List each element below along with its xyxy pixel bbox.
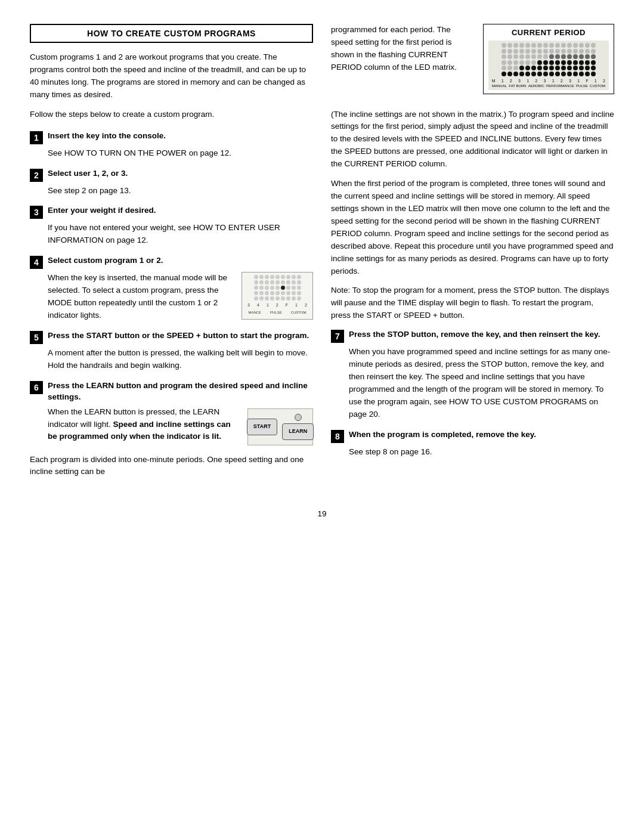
step-6-number: 6	[30, 381, 43, 394]
step-1-block: 1 Insert the key into the console. See H…	[30, 131, 313, 160]
step-4-block: 4 Select custom program 1 or 2. When the…	[30, 255, 313, 322]
step-8-title: When the program is completed, remove th…	[349, 429, 536, 441]
current-period-title: CURRENT PERIOD	[488, 28, 609, 37]
learn-btn: LEARN	[282, 423, 314, 440]
paren-note: (The incline settings are not shown in t…	[331, 109, 614, 171]
step-8-body: See step 8 on page 16.	[349, 446, 614, 459]
paren-note-text: (The incline settings are not shown in t…	[331, 110, 614, 169]
step-2-body: See step 2 on page 13.	[48, 185, 313, 197]
follow-paragraph: Follow the steps below to create a custo…	[30, 109, 313, 121]
learn-button-diagram: START LEARN	[247, 408, 313, 445]
step-2-number: 2	[30, 169, 43, 182]
follow-text: Follow the steps below to create a custo…	[30, 110, 214, 119]
step-3-title: Enter your weight if desired.	[48, 205, 156, 216]
step-7-number: 7	[331, 330, 344, 343]
left-column: HOW TO CREATE CUSTOM PROGRAMS Custom pro…	[30, 24, 313, 485]
step-6-title: Press the LEARN button and program the d…	[48, 380, 313, 403]
step-1-title: Insert the key into the console.	[48, 131, 166, 142]
step-8-block: 8 When the program is completed, remove …	[331, 429, 614, 459]
step-2-title: Select user 1, 2, or 3.	[48, 168, 128, 179]
indicator-circle	[295, 414, 302, 421]
step-5-title: Press the START button or the SPEED + bu…	[48, 330, 309, 342]
intro-paragraph: Custom programs 1 and 2 are workout prog…	[30, 51, 313, 101]
each-program-text: Each program is divided into one-minute …	[30, 454, 313, 479]
led-diagram-step4: 3412F12 MANCEPULSECUSTOM	[242, 272, 313, 320]
right-note-text: Note: To stop the program for a moment, …	[331, 286, 609, 320]
section-header: HOW TO CREATE CUSTOM PROGRAMS	[30, 24, 313, 43]
each-program-content: Each program is divided into one-minute …	[30, 455, 304, 476]
step-3-body: If you have not entered your weight, see…	[48, 222, 313, 247]
step-5-number: 5	[30, 331, 43, 344]
step-3-block: 3 Enter your weight if desired. If you h…	[30, 205, 313, 247]
step-6-block: 6 Press the LEARN button and program the…	[30, 380, 313, 445]
page-num-text: 19	[317, 509, 326, 518]
step-3-number: 3	[30, 206, 43, 219]
step-8-number: 8	[331, 430, 344, 443]
intro-text: Custom programs 1 and 2 are workout prog…	[30, 52, 306, 99]
right-top-section: programmed for each period. The speed se…	[331, 24, 614, 100]
step-6-text: When the LEARN button is pressed, the LE…	[48, 406, 240, 444]
step-6-body-inline: When the LEARN button is pressed, the LE…	[48, 406, 313, 445]
step-5-body: A moment after the button is pressed, th…	[48, 347, 313, 372]
right-note: Note: To stop the program for a moment, …	[331, 284, 614, 322]
page-number: 19	[30, 509, 614, 518]
current-period-box: CURRENT PERIOD	[483, 24, 614, 94]
step-4-body-inline: When the key is inserted, the manual mod…	[48, 272, 313, 322]
step-2-block: 2 Select user 1, 2, or 3. See step 2 on …	[30, 168, 313, 197]
section-title: HOW TO CREATE CUSTOM PROGRAMS	[87, 29, 256, 38]
step-7-title: Press the STOP button, remove the key, a…	[349, 329, 600, 340]
right-top-text: programmed for each period. The speed se…	[331, 24, 475, 74]
step-7-block: 7 Press the STOP button, remove the key,…	[331, 329, 614, 421]
step-1-number: 1	[30, 131, 43, 144]
cp-mode-labels: MANUALFAT BURNAEROBICPERFORMANCEPULSECUS…	[491, 84, 606, 88]
right-para2: When the first period of the program is …	[331, 178, 614, 277]
step-4-title: Select custom program 1 or 2.	[48, 255, 163, 267]
step-4-text: When the key is inserted, the manual mod…	[48, 272, 234, 322]
step-1-body: See HOW TO TURN ON THE POWER on page 12.	[48, 147, 313, 160]
right-column: programmed for each period. The speed se…	[331, 24, 614, 485]
start-btn: START	[247, 419, 277, 435]
right-para2-text: When the first period of the program is …	[331, 179, 614, 275]
step-5-block: 5 Press the START button or the SPEED + …	[30, 330, 313, 372]
step-4-number: 4	[30, 256, 43, 269]
step-7-body: When you have programmed speed and incli…	[349, 346, 614, 421]
current-period-matrix: M1231231231F12 MANUALFAT BURNAEROBICPERF…	[488, 41, 609, 90]
cp-bottom-labels: M1231231231F12	[491, 79, 606, 83]
top-text-content: programmed for each period. The speed se…	[331, 25, 457, 72]
